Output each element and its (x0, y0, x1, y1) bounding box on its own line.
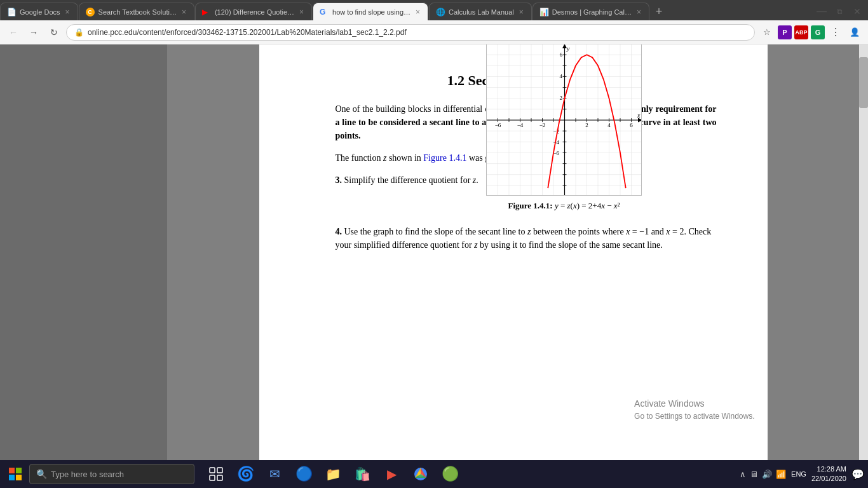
tab-close-youtube[interactable]: × (298, 6, 305, 18)
tab-bar: 📄 Google Docs × C Search Textbook Soluti… (0, 0, 868, 20)
language-label: ENG (791, 470, 806, 478)
address-bar: ← → ↻ 🔒 online.pcc.edu/content/enforced/… (0, 20, 868, 44)
svg-text:2: 2 (585, 122, 588, 128)
file-explorer-button[interactable]: 📁 (320, 461, 346, 487)
browser-icon: 🔵 (295, 466, 313, 482)
svg-rect-142 (217, 468, 222, 473)
tab-youtube[interactable]: ▶ (120) Difference Quotie… × (195, 3, 312, 20)
taskbar: 🔍 Type here to search 🌀 ✉ 🔵 📁 (0, 460, 868, 488)
browser-button[interactable]: 🔵 (291, 461, 316, 487)
x-label-letter: x (637, 112, 641, 119)
media-icon: ▶ (387, 466, 397, 482)
task-view-button[interactable] (203, 461, 229, 487)
up-arrow-icon[interactable]: ∧ (740, 470, 746, 479)
tab-calculus[interactable]: 🌐 Calculus Lab Manual × (429, 3, 532, 20)
svg-rect-141 (210, 468, 215, 473)
figure-caption-formula: y = z(x) = 2+4x − x² (555, 201, 620, 210)
tab-label-google-docs: Google Docs (20, 8, 60, 16)
browser-content: 1.2 Secant Line to a Curve One of the bu… (0, 44, 868, 460)
store-button[interactable]: 🛍️ (349, 461, 375, 487)
svg-rect-143 (210, 475, 215, 480)
svg-rect-144 (217, 475, 222, 480)
start-button[interactable] (4, 463, 27, 485)
problem-3-num: 3. (336, 175, 342, 185)
wifi-icon[interactable]: 📶 (776, 470, 786, 479)
media-button[interactable]: ▶ (379, 461, 404, 487)
bookmark-button[interactable]: ☆ (759, 24, 775, 41)
activate-windows-title: Activate Windows (634, 397, 754, 410)
activate-windows-overlay: Activate Windows Go to Settings to activ… (634, 397, 754, 422)
network-icon[interactable]: 🖥 (750, 470, 758, 479)
main-graph-svg: −6 −4 −2 2 4 6 6 4 2 −2 −4 −6 (486, 44, 642, 196)
task-view-icon (209, 467, 223, 481)
var-z: z (383, 153, 386, 163)
ext-abp[interactable]: ABP (794, 25, 808, 39)
tab-close-slope[interactable]: × (414, 6, 421, 18)
tab-textbook[interactable]: C Search Textbook Soluti… × (79, 3, 194, 20)
formula-text-before: The function z shown in (336, 153, 424, 163)
volume-icon[interactable]: 🔊 (762, 470, 772, 479)
chrome-icon (414, 467, 428, 481)
tab-google-docs[interactable]: 📄 Google Docs × (0, 3, 78, 20)
svg-text:−4: −4 (517, 122, 524, 128)
taskbar-search-icon: 🔍 (36, 469, 47, 479)
folder-icon: 📁 (325, 466, 341, 482)
toolbar-icons: ☆ P ABP G ⋮ 👤 (759, 24, 863, 41)
url-bar[interactable]: 🔒 online.pcc.edu/content/enforced/303462… (66, 24, 755, 41)
url-text: online.pcc.edu/content/enforced/303462-1… (88, 28, 407, 37)
mail-icon: ✉ (269, 466, 280, 482)
figure-caption-bold: Figure 1.4.1: (508, 201, 552, 210)
problem-4-text: Use the graph to find the slope of the s… (336, 227, 712, 250)
tab-close-textbook[interactable]: × (180, 6, 187, 18)
ext-green[interactable]: G (811, 25, 825, 39)
forward-button[interactable]: → (25, 24, 42, 41)
windows-logo-icon (9, 468, 22, 480)
tab-favicon-slope: G (320, 8, 329, 17)
taskbar-search-bar[interactable]: 🔍 Type here to search (29, 464, 194, 484)
svg-text:6: 6 (560, 51, 563, 58)
svg-text:4: 4 (560, 73, 563, 79)
mail-button[interactable]: ✉ (262, 461, 287, 487)
taskbar-system-tray: ∧ 🖥 🔊 📶 ENG 12:28 AM 22/01/2020 💬 (740, 464, 864, 484)
user-avatar[interactable]: 👤 (846, 24, 863, 41)
figure-caption: Figure 1.4.1: y = z(x) = 2+4x − x² (508, 200, 620, 212)
scrollbar-thumb[interactable] (859, 57, 868, 108)
menu-button[interactable]: ⋮ (827, 24, 844, 41)
tab-close-desmos[interactable]: × (635, 6, 642, 18)
pdf-viewport: 1.2 Secant Line to a Curve One of the bu… (167, 44, 859, 460)
edge-button[interactable]: 🌀 (233, 461, 258, 487)
tab-label-calculus: Calculus Lab Manual (449, 8, 514, 16)
tab-label-slope: how to find slope using… (332, 8, 410, 16)
back-button[interactable]: ← (5, 24, 22, 41)
tab-close-google-docs[interactable]: × (64, 6, 71, 18)
svg-text:−6: −6 (495, 122, 501, 128)
tab-slope[interactable]: G how to find slope using… × (313, 3, 428, 20)
figure-link[interactable]: Figure 1.4.1 (423, 153, 466, 163)
tab-desmos[interactable]: 📊 Desmos | Graphing Cal… × (532, 3, 649, 20)
ext-purple[interactable]: P (778, 25, 792, 39)
scrollbar-track[interactable] (859, 44, 868, 460)
restore-button[interactable]: ⧉ (831, 3, 848, 20)
tab-favicon-calculus: 🌐 (436, 8, 445, 17)
tab-favicon-textbook: C (86, 8, 95, 17)
svg-rect-137 (9, 468, 15, 473)
problem-4: 4. Use the graph to find the slope of th… (336, 225, 717, 252)
minimize-button[interactable]: — (813, 3, 830, 20)
close-window-button[interactable]: ✕ (849, 3, 865, 20)
taskbar-apps: 🌀 ✉ 🔵 📁 🛍️ ▶ (203, 461, 463, 487)
clock-date: 22/01/2020 (811, 474, 846, 484)
reload-button[interactable]: ↻ (46, 24, 62, 41)
sys-tray-icons: ∧ 🖥 🔊 📶 (740, 470, 786, 479)
tab-label-desmos: Desmos | Graphing Cal… (552, 8, 632, 16)
taskbar-clock[interactable]: 12:28 AM 22/01/2020 (811, 464, 846, 484)
notification-button[interactable]: 💬 (851, 468, 864, 480)
tab-label-textbook: Search Textbook Soluti… (98, 8, 177, 16)
tab-close-calculus[interactable]: × (518, 6, 525, 18)
new-tab-button[interactable]: + (650, 3, 668, 20)
y-axis-arrow (562, 44, 567, 48)
green-app-button[interactable]: 🟢 (437, 461, 463, 487)
edge-icon: 🌀 (237, 466, 254, 482)
svg-text:2: 2 (560, 95, 563, 101)
chrome-button[interactable] (408, 461, 433, 487)
svg-text:6: 6 (630, 122, 633, 128)
